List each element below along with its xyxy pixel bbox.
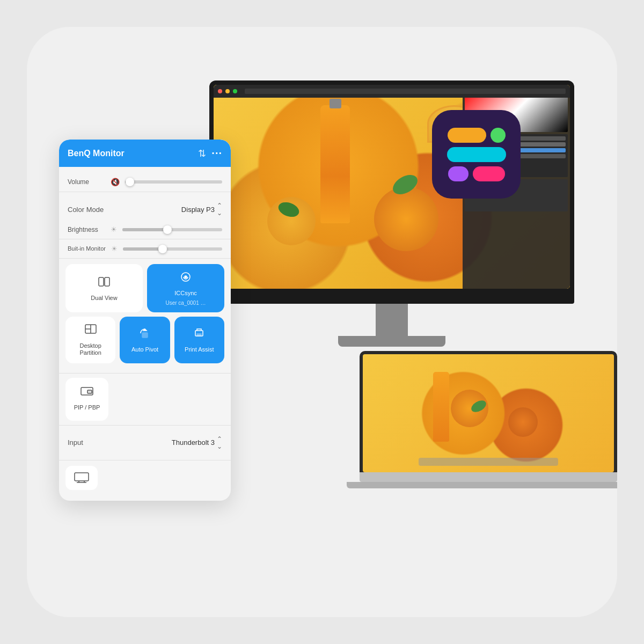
print-assist-button[interactable]: Print Assist bbox=[174, 317, 224, 363]
volume-slider[interactable] bbox=[125, 180, 222, 184]
monitor-bezel-bottom bbox=[209, 293, 574, 304]
pip-pbp-button[interactable]: PIP / PBP bbox=[65, 378, 108, 421]
ps-title-bar bbox=[245, 89, 566, 94]
fruit-1 bbox=[374, 187, 438, 251]
svg-rect-9 bbox=[197, 334, 201, 336]
svg-rect-11 bbox=[87, 390, 92, 393]
brightness-label: Brightness bbox=[68, 226, 105, 233]
color-mode-select[interactable]: Display P3 ⌃⌄ bbox=[181, 202, 222, 217]
max-dot bbox=[233, 89, 237, 93]
monitor-neck bbox=[376, 304, 408, 336]
dual-view-icon bbox=[98, 275, 111, 291]
builtin-monitor-label: Buit-in Monitor bbox=[68, 245, 106, 252]
more-options-button[interactable]: ··· bbox=[211, 147, 222, 159]
panel-title: BenQ Monitor bbox=[68, 149, 125, 158]
icon-row-1 bbox=[438, 128, 514, 143]
purple-pill bbox=[448, 166, 469, 181]
brightness-slider-fill bbox=[122, 228, 167, 231]
header-controls: ⇅ ··· bbox=[198, 147, 222, 159]
print-assist-label: Print Assist bbox=[185, 346, 214, 353]
features-row-1: Dual View ICCsync User ca_0001 … bbox=[65, 264, 224, 312]
volume-section: Volume 🔇 bbox=[59, 172, 231, 192]
features-row-2: Desktop Partition Auto Pivot bbox=[65, 317, 224, 363]
yellow-pill bbox=[448, 128, 486, 143]
input-value: Thunderbolt 3 bbox=[172, 438, 215, 447]
pip-pbp-label: PIP / PBP bbox=[74, 404, 100, 411]
bottle-shape bbox=[320, 105, 350, 223]
brightness-slider[interactable] bbox=[122, 228, 222, 231]
builtin-monitor-section: Buit-in Monitor ☀ bbox=[59, 239, 231, 259]
green-circle bbox=[491, 128, 506, 143]
builtin-slider[interactable] bbox=[123, 247, 222, 251]
svg-rect-0 bbox=[99, 277, 104, 286]
input-row: Input Thunderbolt 3 ⌃⌄ bbox=[68, 431, 222, 455]
panel-header: BenQ Monitor ⇅ ··· bbox=[59, 140, 231, 167]
color-mode-label: Color Mode bbox=[68, 206, 104, 214]
min-dot bbox=[225, 89, 230, 93]
auto-pivot-button[interactable]: Auto Pivot bbox=[120, 317, 170, 363]
brightness-row: Brightness ☀ bbox=[68, 225, 222, 233]
monitor-screen-outer bbox=[209, 80, 574, 293]
brightness-sun-icon: ☀ bbox=[111, 225, 117, 233]
desktop-partition-button[interactable]: Desktop Partition bbox=[65, 317, 115, 363]
builtin-sun-icon: ☀ bbox=[111, 245, 118, 253]
icc-label: ICCsync bbox=[174, 290, 197, 297]
laptop-bottle bbox=[433, 372, 449, 442]
icc-sync-icon bbox=[179, 270, 192, 287]
input-select[interactable]: Thunderbolt 3 ⌃⌄ bbox=[172, 435, 222, 450]
display-icon bbox=[74, 472, 89, 483]
svg-rect-1 bbox=[105, 277, 109, 286]
desktop-partition-icon bbox=[84, 323, 97, 339]
pip-pbp-icon bbox=[80, 387, 93, 401]
input-section: Input Thunderbolt 3 ⌃⌄ bbox=[59, 426, 231, 460]
laptop-bottom bbox=[347, 482, 617, 488]
cyan-pill bbox=[447, 147, 506, 162]
builtin-slider-fill bbox=[123, 247, 163, 251]
brightness-slider-thumb[interactable] bbox=[163, 225, 172, 234]
bottom-section bbox=[59, 460, 231, 495]
dual-view-button[interactable]: Dual View bbox=[65, 264, 143, 312]
auto-pivot-label: Auto Pivot bbox=[131, 346, 158, 353]
builtin-slider-thumb[interactable] bbox=[158, 245, 167, 253]
bottle-cap bbox=[330, 99, 341, 108]
select-arrows-icon[interactable]: ⌃⌄ bbox=[217, 202, 222, 217]
monitor-display-area bbox=[209, 80, 617, 456]
laptop bbox=[360, 351, 617, 488]
laptop-fruit-2 bbox=[508, 407, 538, 437]
features-section: Dual View ICCsync User ca_0001 … bbox=[59, 259, 231, 374]
keyboard-hint bbox=[419, 458, 558, 466]
volume-slider-thumb[interactable] bbox=[126, 178, 134, 186]
main-container: BenQ Monitor ⇅ ··· Volume 🔇 bbox=[27, 27, 617, 617]
builtin-monitor-row: Buit-in Monitor ☀ bbox=[68, 245, 222, 253]
large-monitor bbox=[209, 80, 574, 347]
auto-pivot-icon bbox=[138, 327, 151, 343]
close-dot bbox=[218, 89, 222, 93]
input-arrows-icon[interactable]: ⌃⌄ bbox=[217, 435, 222, 450]
color-mode-row: Color Mode Display P3 ⌃⌄ bbox=[68, 197, 222, 221]
laptop-screen-outer bbox=[360, 351, 617, 472]
ps-menu-bar bbox=[214, 85, 570, 98]
volume-label: Volume bbox=[68, 178, 105, 186]
svg-rect-7 bbox=[142, 333, 148, 338]
desktop-partition-label: Desktop Partition bbox=[70, 342, 111, 356]
monitor-base bbox=[338, 336, 445, 347]
icc-subtitle: User ca_0001 … bbox=[165, 300, 206, 306]
volume-row: Volume 🔇 bbox=[68, 178, 222, 186]
color-mode-section: Color Mode Display P3 ⌃⌄ Brightness ☀ bbox=[59, 192, 231, 239]
mute-icon[interactable]: 🔇 bbox=[111, 178, 120, 186]
benq-app-icon bbox=[432, 110, 521, 199]
pip-pbp-section: PIP / PBP bbox=[59, 374, 231, 426]
input-label: Input bbox=[68, 438, 83, 447]
pink-pill bbox=[473, 166, 505, 181]
laptop-screen bbox=[363, 354, 614, 472]
svg-point-3 bbox=[185, 276, 187, 278]
icc-sync-button[interactable]: ICCsync User ca_0001 … bbox=[147, 264, 224, 312]
laptop-food-image bbox=[363, 354, 614, 472]
panel-body: Volume 🔇 Color Mode Display P3 ⌃⌄ bbox=[59, 167, 231, 501]
color-mode-value: Display P3 bbox=[181, 206, 215, 214]
icon-row-2 bbox=[438, 147, 514, 162]
icon-row-3 bbox=[438, 166, 514, 181]
bottom-display-button[interactable] bbox=[65, 466, 98, 490]
chevron-up-down-icon[interactable]: ⇅ bbox=[198, 148, 206, 159]
dual-view-label: Dual View bbox=[91, 295, 117, 302]
